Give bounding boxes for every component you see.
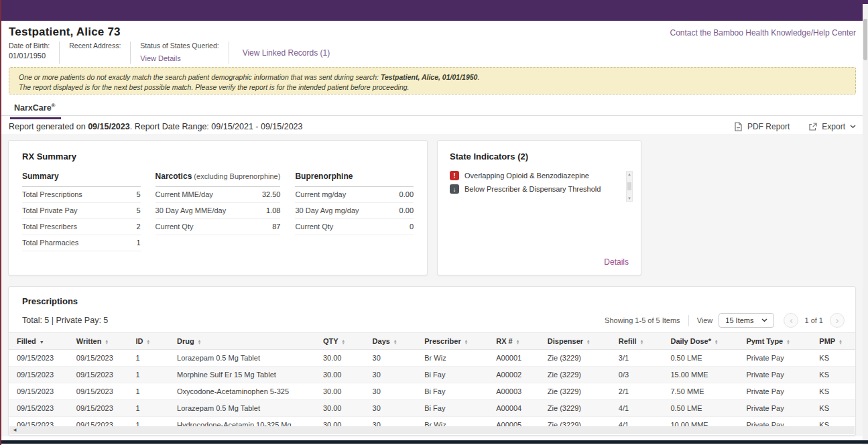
table-horizontal-scrollbar[interactable]: ◄ bbox=[9, 426, 855, 434]
column-header-id[interactable]: ID▲▼ bbox=[128, 333, 170, 350]
cell-daily-dose: 15.00 MME bbox=[662, 367, 738, 383]
tab-narxcare[interactable]: NarxCare® bbox=[10, 103, 61, 119]
dob-field: Date of Birth: 01/01/1950 bbox=[9, 42, 59, 64]
cell-id: 1 bbox=[128, 400, 170, 417]
report-generated-text: Report generated on 09/15/2023. Report D… bbox=[9, 122, 303, 131]
column-header-qty[interactable]: QTY▲▼ bbox=[315, 333, 365, 350]
cell-days: 30 bbox=[365, 350, 417, 367]
cell-pmp: KS bbox=[811, 383, 855, 400]
column-header-label: Daily Dose* bbox=[670, 337, 711, 345]
rx-summary-row-label: Current mg/day bbox=[295, 190, 346, 198]
prescriptions-totals: Total: 5 | Private Pay: 5 bbox=[22, 316, 108, 325]
sort-icon: ▲▼ bbox=[839, 339, 842, 345]
pdf-report-button[interactable]: PDF Report bbox=[734, 122, 790, 131]
prescription-row[interactable]: 09/15/202309/15/20231Lorazepam 0.5 Mg Ta… bbox=[9, 400, 855, 417]
cell-dispenser: Zie (3229) bbox=[540, 367, 611, 383]
column-header-written[interactable]: Written▲▼ bbox=[68, 333, 128, 350]
rx-summary-row-value: 0.00 bbox=[399, 206, 414, 214]
cell-drug: Lorazepam 0.5 Mg Tablet bbox=[169, 400, 315, 417]
state-indicator-item: ↓Below Prescriber & Dispensary Threshold bbox=[450, 184, 626, 194]
rx-summary-column-header: Buprenorphine bbox=[295, 170, 414, 187]
cell-refill: 3/1 bbox=[611, 350, 663, 367]
view-linked-records-link[interactable]: View Linked Records (1) bbox=[239, 42, 330, 64]
column-header-label: Days bbox=[373, 337, 390, 345]
warning-line-2: The report displayed is for the next bes… bbox=[19, 83, 846, 91]
column-header-drug[interactable]: Drug▲▼ bbox=[169, 333, 315, 350]
rx-summary-column-header: Summary bbox=[22, 170, 141, 187]
chevron-down-icon bbox=[850, 125, 856, 129]
state-indicators-panel: State Indicators (2) !Overlapping Opioid… bbox=[437, 140, 641, 275]
column-header-refill[interactable]: Refill▲▼ bbox=[611, 333, 663, 350]
rx-summary-row-label: 30 Day Avg MME/day bbox=[156, 206, 227, 214]
column-header-filled[interactable]: Filled▼ bbox=[9, 333, 68, 350]
recent-address-field: Recent Address: bbox=[69, 42, 130, 64]
scroll-up-icon[interactable]: ▲ bbox=[627, 172, 631, 176]
cell-prescriber: Bi Fay bbox=[416, 383, 488, 400]
rx-summary-row: Total Private Pay5 bbox=[22, 203, 141, 219]
prev-page-button[interactable]: ‹ bbox=[784, 313, 798, 328]
cell-pmp: KS bbox=[811, 400, 855, 417]
cell-rx: A00003 bbox=[488, 383, 540, 400]
rx-summary-row: Current Qty0 bbox=[295, 219, 414, 235]
cell-qty: 30.00 bbox=[315, 350, 365, 367]
help-center-link[interactable]: Contact the Bamboo Health Knowledge/Help… bbox=[670, 28, 857, 38]
report-actions: PDF Report Export bbox=[734, 122, 856, 131]
scroll-down-icon[interactable]: ▼ bbox=[627, 196, 631, 200]
cell-pmp: KS bbox=[811, 350, 855, 367]
items-per-page-value: 15 Items bbox=[725, 316, 753, 324]
scroll-left-icon[interactable]: ◄ bbox=[12, 428, 17, 433]
export-button[interactable]: Export bbox=[808, 122, 856, 131]
state-indicator-label: Below Prescriber & Dispensary Threshold bbox=[464, 185, 601, 193]
rx-summary-row: Current mg/day0.00 bbox=[295, 187, 414, 203]
column-header-dispenser[interactable]: Dispenser▲▼ bbox=[540, 333, 611, 350]
divider bbox=[0, 115, 868, 116]
cell-days: 30 bbox=[365, 367, 417, 383]
cell-daily-dose: 0.50 LME bbox=[662, 400, 738, 417]
cell-qty: 30.00 bbox=[315, 400, 365, 417]
cell-prescriber: Bi Fay bbox=[416, 400, 488, 417]
prescription-row[interactable]: 09/15/202309/15/20231Morphine Sulf Er 15… bbox=[9, 367, 855, 383]
rx-summary-row: Current MME/day32.50 bbox=[156, 187, 281, 203]
cell-dispenser: Zie (3229) bbox=[540, 400, 611, 417]
cell-pymt-type: Private Pay bbox=[738, 350, 811, 367]
divider bbox=[59, 42, 60, 64]
rx-summary-columns: SummaryTotal Prescriptions5Total Private… bbox=[22, 170, 414, 251]
rx-summary-row-value: 87 bbox=[272, 222, 280, 231]
details-link[interactable]: Details bbox=[604, 257, 629, 267]
sort-icon: ▲▼ bbox=[640, 339, 643, 345]
sort-icon: ▲▼ bbox=[147, 339, 150, 345]
rx-summary-row-value: 0.00 bbox=[399, 190, 414, 198]
next-page-button[interactable]: › bbox=[830, 313, 845, 328]
column-header-pymt-type[interactable]: Pymt Type▲▼ bbox=[738, 333, 811, 350]
recent-address-label: Recent Address: bbox=[69, 42, 121, 50]
column-header-label: Pymt Type bbox=[746, 337, 783, 345]
rx-summary-row-label: Total Pharmacies bbox=[22, 239, 78, 247]
column-header-pmp[interactable]: PMP▲▼ bbox=[811, 333, 855, 350]
cell-rx: A00004 bbox=[488, 400, 540, 417]
indicators-scrollbar[interactable]: ▲ ▼ bbox=[626, 171, 633, 202]
items-per-page-select[interactable]: 15 Items bbox=[719, 313, 774, 328]
column-header-rx[interactable]: RX #▲▼ bbox=[488, 333, 540, 350]
sort-icon: ▲▼ bbox=[586, 339, 590, 345]
page-vertical-scrollbar[interactable] bbox=[863, 4, 868, 445]
rx-summary-row-value: 5 bbox=[136, 206, 140, 214]
column-header-days[interactable]: Days▲▼ bbox=[365, 333, 417, 350]
rx-summary-row-label: Total Private Pay bbox=[22, 206, 78, 214]
column-header-daily-dose[interactable]: Daily Dose*▲▼ bbox=[662, 333, 738, 350]
prescription-row[interactable]: 09/15/202309/15/20231Oxycodone-Acetamino… bbox=[9, 383, 855, 400]
scrollbar-thumb[interactable] bbox=[627, 182, 631, 190]
rx-summary-row-value: 1.08 bbox=[266, 206, 280, 214]
rx-summary-column-note: (excluding Buprenorphine) bbox=[192, 172, 280, 180]
rx-summary-row-value: 32.50 bbox=[262, 190, 281, 198]
column-header-prescriber[interactable]: Prescriber▲▼ bbox=[416, 333, 488, 350]
pmp-report-page: Testpatient, Alice 73 Contact the Bamboo… bbox=[0, 0, 868, 445]
cell-written: 09/15/2023 bbox=[68, 350, 128, 367]
prescription-row[interactable]: 09/15/202309/15/20231Lorazepam 0.5 Mg Ta… bbox=[9, 350, 855, 367]
rx-summary-row-label: 30 Day Avg mg/day bbox=[295, 206, 359, 214]
cell-days: 30 bbox=[365, 383, 417, 400]
report-tabs: NarxCare® bbox=[10, 101, 61, 119]
view-details-link[interactable]: View Details bbox=[140, 54, 180, 62]
scrollbar-thumb[interactable] bbox=[863, 19, 867, 60]
prescriptions-table: Filled▼Written▲▼ID▲▼Drug▲▼QTY▲▼Days▲▼Pre… bbox=[9, 332, 855, 434]
column-header-label: QTY bbox=[323, 337, 338, 345]
